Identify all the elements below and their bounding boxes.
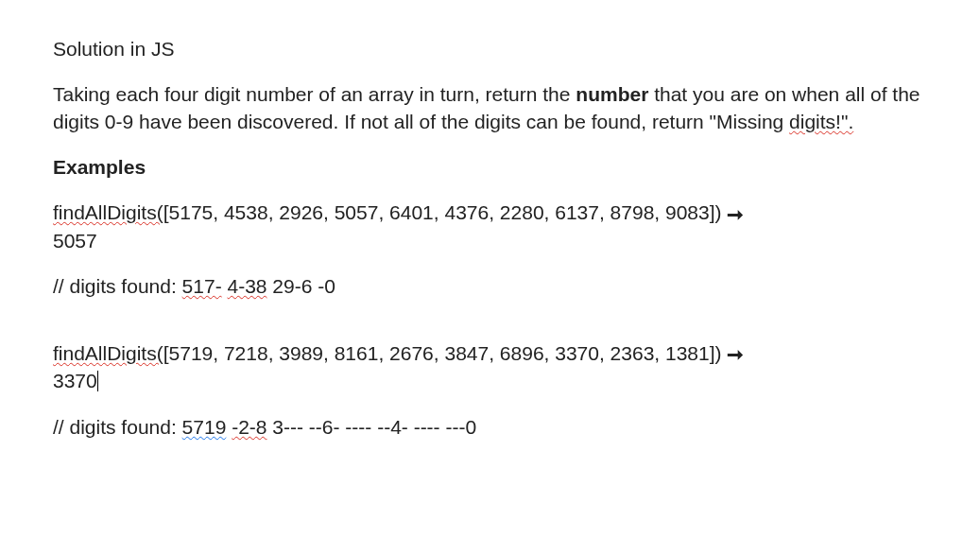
example2-result: 3370 — [53, 370, 98, 391]
intro-error-word: digits!". — [789, 111, 853, 132]
example2-d4: 3--- --6- ---- --4- ---- ---0 — [267, 416, 477, 438]
example1-result: 5057 — [53, 230, 97, 251]
intro-pre: Taking each four digit number of an arra… — [53, 83, 576, 105]
example1-args: [5175, 4538, 2926, 5057, 6401, 4376, 228… — [163, 201, 728, 223]
intro-paragraph: Taking each four digit number of an arra… — [53, 81, 927, 135]
examples-heading: Examples — [53, 154, 927, 181]
example1-fn: findAllDigits( — [53, 201, 163, 223]
title-line: Solution in JS — [53, 36, 927, 62]
example1-d3: 4-38 — [227, 275, 266, 297]
section-gap — [53, 320, 927, 340]
example2-comment-pre: // digits found: — [53, 416, 182, 438]
example1-comment-pre: // digits found: — [53, 275, 182, 297]
examples-heading-text: Examples — [53, 156, 146, 178]
arrow-icon: ➞ — [727, 201, 744, 228]
arrow-icon: ➞ — [727, 341, 744, 368]
example1-d4: 29-6 -0 — [267, 275, 335, 297]
example2-call: findAllDigits([5719, 7218, 3989, 8161, 2… — [53, 340, 927, 395]
example2-d3: -2-8 — [232, 416, 266, 438]
intro-bold: number — [576, 83, 648, 105]
example1-comment: // digits found: 517- 4-38 29-6 -0 — [53, 273, 927, 300]
example1-d1: 517- — [182, 275, 222, 297]
example2-comment: // digits found: 5719 -2-8 3--- --6- ---… — [53, 414, 927, 441]
example1-call: findAllDigits([5175, 4538, 2926, 5057, 6… — [53, 199, 927, 254]
title-text: Solution in JS — [53, 38, 174, 60]
example2-d1: 5719 — [182, 416, 227, 438]
example2-args: [5719, 7218, 3989, 8161, 2676, 3847, 689… — [163, 342, 728, 364]
example2-fn: findAllDigits( — [53, 342, 163, 364]
